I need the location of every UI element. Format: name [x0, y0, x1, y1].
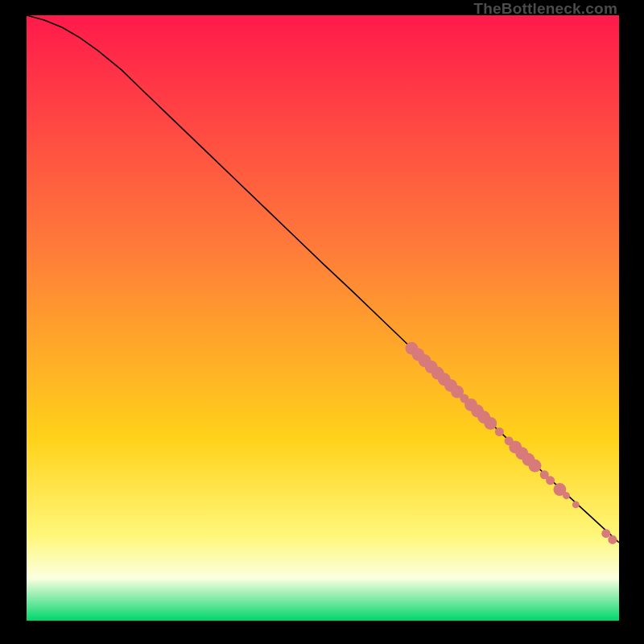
- data-marker: [546, 476, 555, 485]
- data-marker: [563, 492, 570, 499]
- data-marker: [601, 529, 610, 538]
- plot-area: [27, 15, 619, 621]
- chart-svg: [27, 15, 619, 621]
- chart-stage: TheBottleneck.com: [0, 0, 644, 644]
- data-marker: [484, 417, 497, 430]
- data-marker: [572, 502, 580, 509]
- data-marker: [529, 460, 542, 473]
- gradient-background: [27, 15, 619, 621]
- data-marker: [495, 427, 504, 436]
- data-marker: [608, 535, 617, 544]
